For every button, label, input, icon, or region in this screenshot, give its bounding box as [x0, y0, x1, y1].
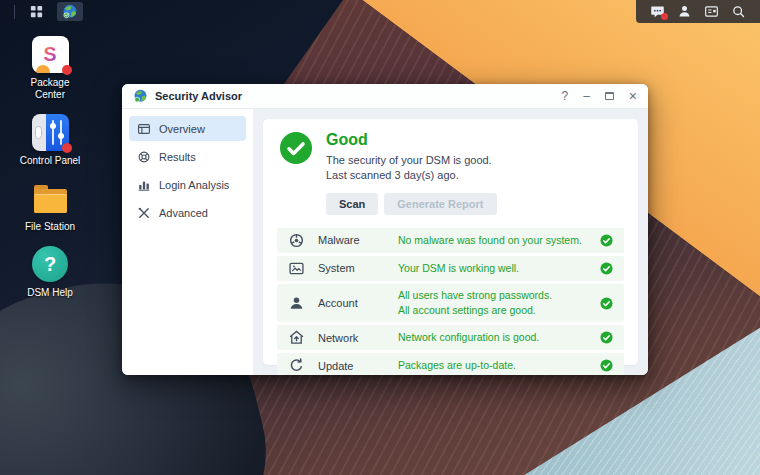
package-center-badge	[62, 65, 72, 75]
check-message: All users have strong passwords.	[398, 288, 590, 303]
check-row-system: System Your DSM is working well.	[277, 256, 624, 281]
window-titlebar: Security Advisor ? – ×	[122, 84, 648, 109]
desktop-icon-label: DSM Help	[19, 287, 81, 299]
sidebar-item-label: Overview	[159, 123, 205, 135]
check-message-2: All account settings are good.	[398, 303, 590, 318]
desktop-icon-dsm-help[interactable]: ? DSM Help	[19, 246, 81, 299]
security-advisor-globe-icon	[133, 89, 148, 104]
user-menu-button[interactable]	[671, 0, 698, 23]
generate-report-button[interactable]: Generate Report	[384, 193, 496, 215]
dsm-help-icon: ?	[32, 246, 68, 282]
desktop-icon-package-center[interactable]: S Package Center	[19, 36, 81, 101]
window-main-area: Good The security of your DSM is good. L…	[253, 109, 648, 375]
check-ok-icon	[600, 262, 613, 275]
overview-icon	[137, 122, 151, 136]
security-check-list: Malware No malware was found on your sys…	[277, 228, 624, 375]
malware-icon	[288, 232, 305, 249]
last-scanned-text: Last scanned 3 day(s) ago.	[326, 168, 497, 183]
check-ok-icon	[600, 359, 613, 372]
scan-button[interactable]: Scan	[326, 193, 378, 215]
search-icon	[731, 4, 746, 19]
overview-panel: Good The security of your DSM is good. L…	[263, 119, 638, 365]
check-label: Network	[318, 332, 398, 344]
system-icon	[288, 260, 305, 277]
search-button[interactable]	[725, 0, 752, 23]
security-advisor-window: Security Advisor ? – × Overview Results	[122, 84, 648, 375]
taskbar-left	[0, 0, 88, 23]
security-advisor-globe-icon	[62, 4, 78, 20]
widgets-icon	[704, 4, 719, 19]
desktop-icon-label: Package Center	[19, 77, 81, 101]
window-title: Security Advisor	[155, 90, 242, 102]
control-panel-badge	[62, 143, 72, 153]
check-ok-icon	[600, 331, 613, 344]
overview-header: Good The security of your DSM is good. L…	[277, 129, 624, 215]
desktop-icon-column: S Package Center Control Panel Fi	[12, 36, 88, 312]
check-label: Malware	[318, 234, 398, 246]
taskbar-divider	[14, 5, 15, 19]
update-icon	[288, 357, 305, 374]
login-analysis-icon	[137, 178, 151, 192]
app-grid-icon	[29, 4, 44, 19]
check-ok-icon	[600, 234, 613, 247]
main-menu-button[interactable]	[21, 0, 51, 23]
file-station-icon	[32, 180, 69, 217]
maximize-button[interactable]	[605, 92, 614, 100]
sidebar-item-label: Results	[159, 151, 196, 163]
check-row-update: Update Packages are up-to-date.	[277, 353, 624, 375]
check-label: System	[318, 262, 398, 274]
sidebar-item-overview[interactable]: Overview	[129, 116, 246, 141]
check-message: Your DSM is working well.	[398, 261, 590, 276]
advanced-icon	[137, 206, 151, 220]
desktop-icon-control-panel[interactable]: Control Panel	[19, 114, 81, 167]
desktop-icon-label: File Station	[19, 221, 81, 233]
taskbar-tray	[636, 0, 760, 23]
check-label: Account	[318, 297, 398, 309]
check-message: No malware was found on your system.	[398, 233, 590, 248]
results-icon	[137, 150, 151, 164]
check-message: Packages are up-to-date.	[398, 358, 590, 373]
check-message: Network configuration is good.	[398, 330, 590, 345]
window-controls: ? – ×	[561, 89, 637, 103]
check-row-malware: Malware No malware was found on your sys…	[277, 228, 624, 253]
sidebar-item-login-analysis[interactable]: Login Analysis	[129, 172, 246, 197]
desktop-icon-label: Control Panel	[19, 155, 81, 167]
sidebar-item-results[interactable]: Results	[129, 144, 246, 169]
status-good-icon	[279, 131, 313, 165]
sidebar-item-advanced[interactable]: Advanced	[129, 200, 246, 225]
help-button[interactable]: ?	[561, 90, 568, 102]
account-icon	[288, 295, 305, 312]
close-button[interactable]: ×	[629, 89, 637, 103]
window-sidebar: Overview Results Login Analysis	[122, 109, 253, 375]
network-icon	[288, 329, 305, 346]
status-summary: The security of your DSM is good.	[326, 153, 497, 168]
check-row-network: Network Network configuration is good.	[277, 325, 624, 350]
sidebar-item-label: Advanced	[159, 207, 208, 219]
check-label: Update	[318, 360, 398, 372]
desktop-icon-file-station[interactable]: File Station	[19, 180, 81, 233]
minimize-button[interactable]: –	[583, 90, 590, 102]
check-row-account: Account All users have strong passwords.…	[277, 284, 624, 322]
widgets-button[interactable]	[698, 0, 725, 23]
check-ok-icon	[600, 297, 613, 310]
status-title: Good	[326, 131, 497, 149]
sidebar-item-label: Login Analysis	[159, 179, 229, 191]
user-icon	[677, 4, 692, 19]
taskbar-active-app-security-advisor[interactable]	[57, 2, 83, 21]
notifications-button[interactable]	[644, 0, 671, 23]
notification-badge	[661, 13, 668, 20]
